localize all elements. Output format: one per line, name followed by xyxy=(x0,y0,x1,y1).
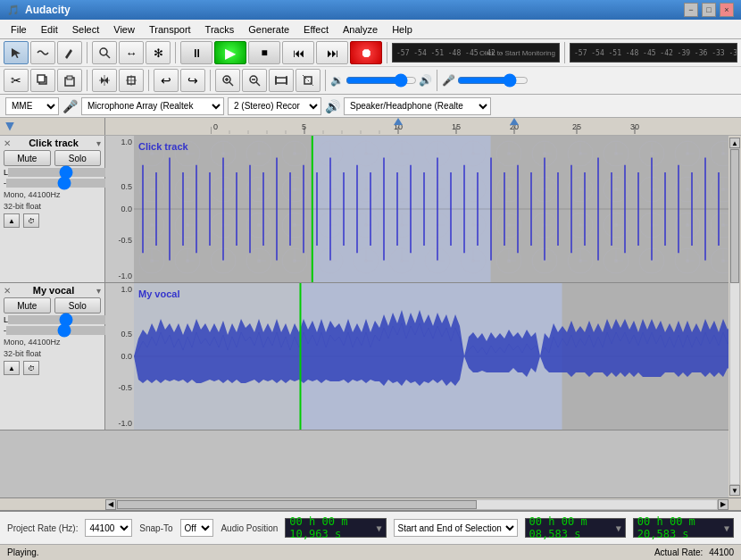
vocal-track-mute[interactable]: Mute xyxy=(4,297,51,313)
envelope-tool-button[interactable] xyxy=(30,41,55,64)
vocal-track-collapse[interactable]: ▲ xyxy=(4,361,20,375)
scroll-thumb[interactable] xyxy=(730,149,739,283)
snap-to-label: Snap-To xyxy=(139,523,172,533)
menu-tracks[interactable]: Tracks xyxy=(198,22,242,37)
menu-transport[interactable]: Transport xyxy=(142,22,198,37)
click-track-menu[interactable]: ▾ xyxy=(96,138,101,148)
vocal-track-solo[interactable]: Solo xyxy=(54,297,102,313)
y-axis-max: 1.0 xyxy=(105,138,134,146)
close-button[interactable]: × xyxy=(720,3,734,17)
input-channels-select[interactable]: 2 (Stereo) Recor xyxy=(228,97,321,115)
audio-position-display[interactable]: 00 h 00 m 10,963 s ▼ xyxy=(285,518,386,538)
click-track-settings[interactable]: ⏱ xyxy=(23,213,39,228)
timeline-ruler[interactable]: 0 5 10 15 20 25 30 xyxy=(0,118,741,136)
menu-analyze[interactable]: Analyze xyxy=(336,22,385,37)
input-meter-click-label[interactable]: Click to Start Monitoring xyxy=(479,49,555,57)
redo-button[interactable]: ↪ xyxy=(180,69,205,92)
vocal-track-waveform[interactable]: My vocal xyxy=(134,283,729,430)
vocal-track-settings[interactable]: ⏱ xyxy=(23,361,39,375)
mic-icon: 🎤 xyxy=(442,74,455,87)
click-track-close[interactable]: ✕ xyxy=(4,138,11,148)
svg-rect-17 xyxy=(276,78,287,83)
menu-effect[interactable]: Effect xyxy=(296,22,336,37)
volume-down-icon: 🔉 xyxy=(330,74,344,87)
multi-tool-button[interactable]: ✻ xyxy=(146,41,171,64)
play-button[interactable]: ▶ xyxy=(214,41,246,64)
scroll-up-button[interactable]: ▲ xyxy=(729,138,740,148)
menu-generate[interactable]: Generate xyxy=(241,22,296,37)
undo-button[interactable]: ↩ xyxy=(154,69,179,92)
vocal-track: ✕ My vocal ▾ Mute Solo L R xyxy=(0,283,729,430)
draw-tool-button[interactable] xyxy=(57,41,82,64)
output-device-select[interactable]: Speaker/Headphone (Realte xyxy=(344,97,491,115)
copy-button[interactable] xyxy=(30,69,55,92)
click-track-name: Click track xyxy=(11,138,96,148)
selection-end-display[interactable]: 00 h 00 m 20,583 s ▼ xyxy=(633,518,734,538)
scroll-down-button[interactable]: ▼ xyxy=(729,485,740,496)
paste-button[interactable] xyxy=(57,69,82,92)
vocal-track-pan-slider[interactable] xyxy=(6,326,121,335)
vertical-scrollbar[interactable]: ▲ ▼ xyxy=(729,136,741,497)
playing-status: Playing. xyxy=(7,547,39,557)
zoom-fit-project-button[interactable] xyxy=(269,69,294,92)
click-track-label: Click track xyxy=(138,141,189,152)
zoom-tool-button[interactable] xyxy=(92,41,117,64)
vocal-track-close[interactable]: ✕ xyxy=(4,286,11,296)
cut-button[interactable]: ✂ xyxy=(4,69,29,92)
menu-help[interactable]: Help xyxy=(385,22,420,37)
menu-file[interactable]: File xyxy=(4,22,34,37)
record-button[interactable]: ⏺ xyxy=(350,41,382,64)
snap-to-select[interactable]: Off On xyxy=(180,519,214,537)
project-rate-select[interactable]: 44100 xyxy=(85,519,132,537)
svg-text:25: 25 xyxy=(572,122,581,131)
audio-host-select[interactable]: MME xyxy=(5,97,59,115)
silence-button[interactable] xyxy=(119,69,144,92)
sel-start-dropdown[interactable]: ▼ xyxy=(616,523,621,533)
audio-pos-dropdown[interactable]: ▼ xyxy=(377,523,382,533)
svg-rect-3 xyxy=(37,75,45,82)
skip-start-button[interactable]: ⏮ xyxy=(282,41,314,64)
sel-end-dropdown[interactable]: ▼ xyxy=(724,523,729,533)
hscroll-track[interactable] xyxy=(116,499,718,510)
minimize-button[interactable]: − xyxy=(684,3,698,17)
scroll-right-button[interactable]: ▶ xyxy=(718,499,729,510)
input-device-select[interactable]: Microphone Array (Realtek xyxy=(81,97,224,115)
click-track-pan-slider[interactable] xyxy=(6,179,121,188)
svg-text:0: 0 xyxy=(213,122,218,131)
y-axis-nhalf: -0.5 xyxy=(105,236,134,245)
click-track-collapse[interactable]: ▲ xyxy=(4,213,20,228)
pause-button[interactable]: ⏸ xyxy=(180,41,212,64)
trim-button[interactable] xyxy=(92,69,117,92)
click-track-waveform[interactable]: Click track xyxy=(134,136,729,282)
vocal-track-label: My vocal xyxy=(138,288,179,299)
stop-button[interactable]: ■ xyxy=(248,41,280,64)
zoom-fit-selection-button[interactable] xyxy=(296,69,321,92)
timeline-marker[interactable] xyxy=(5,122,14,131)
hscroll-thumb[interactable] xyxy=(117,500,477,509)
maximize-button[interactable]: □ xyxy=(702,3,716,17)
selection-format-select[interactable]: Start and End of Selection Start and Len… xyxy=(394,519,518,537)
zoom-out-button[interactable] xyxy=(242,69,267,92)
menu-edit[interactable]: Edit xyxy=(34,22,65,37)
recording-volume-slider[interactable] xyxy=(457,74,529,87)
selection-start-display[interactable]: 00 h 00 m 08,583 s ▼ xyxy=(525,518,626,538)
vocal-y-axis-half: 0.5 xyxy=(105,330,134,339)
horizontal-scrollbar[interactable]: ◀ ▶ xyxy=(0,497,741,510)
playback-volume-slider[interactable] xyxy=(346,74,417,87)
click-track-mute[interactable]: Mute xyxy=(4,150,51,166)
selection-tool-button[interactable] xyxy=(4,41,29,64)
vocal-track-menu[interactable]: ▾ xyxy=(96,286,101,296)
vocal-track-type: Mono, 44100Hz xyxy=(4,337,101,348)
menu-select[interactable]: Select xyxy=(65,22,107,37)
window-title: Audacity xyxy=(25,4,684,16)
click-track-solo[interactable]: Solo xyxy=(54,150,102,166)
svg-text:5: 5 xyxy=(302,122,306,131)
zoom-in-button[interactable] xyxy=(215,69,240,92)
y-axis-min: -1.0 xyxy=(105,272,134,280)
skip-end-button[interactable]: ⏭ xyxy=(316,41,348,64)
scroll-track[interactable] xyxy=(729,148,740,485)
scroll-left-button[interactable]: ◀ xyxy=(105,499,116,510)
menu-view[interactable]: View xyxy=(106,22,142,37)
vocal-y-axis-max: 1.0 xyxy=(105,285,134,294)
time-shift-tool-button[interactable]: ↔ xyxy=(119,41,144,64)
